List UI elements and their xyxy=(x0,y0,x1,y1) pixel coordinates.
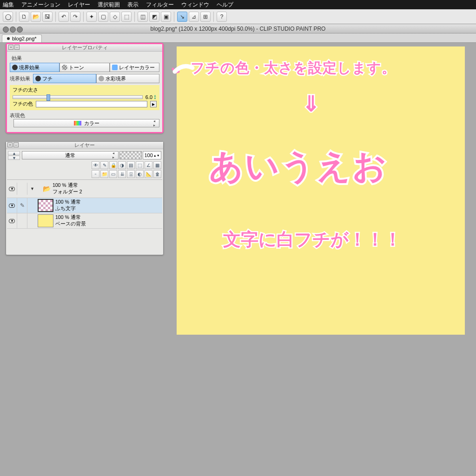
layer-thumbnail[interactable] xyxy=(38,214,53,227)
mask-create-icon[interactable]: ◐ xyxy=(136,170,144,178)
brush-tool-icon[interactable]: ✎ xyxy=(100,161,108,169)
minimize-window-icon[interactable] xyxy=(10,26,16,33)
blend-mode-select[interactable]: 通常 xyxy=(22,151,119,159)
layer-row[interactable]: 100 % 通常 ベースの背景 xyxy=(7,213,162,229)
edit-indicator[interactable] xyxy=(17,213,27,228)
menu-filter[interactable]: フィルター xyxy=(146,1,174,9)
layer-color-button[interactable]: レイヤーカラー xyxy=(110,63,159,72)
canvas-area[interactable]: フチの色・太さを設定します。 ⇓ あいうえお 文字に白フチが！！！ xyxy=(177,46,465,335)
opacity-slider[interactable] xyxy=(119,151,142,159)
crop-icon[interactable]: ▢ xyxy=(98,12,108,22)
document-tab-strip: blog2.png* xyxy=(0,33,476,43)
visibility-toggle[interactable] xyxy=(7,198,17,213)
watercolor-button[interactable]: 水彩境界 xyxy=(96,74,159,83)
lock-icon[interactable]: 🔒 xyxy=(109,161,117,169)
edit-col[interactable] xyxy=(17,183,27,195)
menu-view[interactable]: 表示 xyxy=(127,1,139,9)
mask-icon[interactable]: ⬚ xyxy=(136,161,144,169)
snap-ruler-icon[interactable]: ↘ xyxy=(177,12,187,22)
annotation-text-settings: フチの色・太さを設定します。 xyxy=(191,59,396,78)
menu-bar: 編集 アニメーション レイヤー 選択範囲 表示 フィルター ウィンドウ ヘルプ xyxy=(0,0,476,9)
layer-folder-row[interactable]: ▼ 📂 100 % 通常 フォルダー 2 xyxy=(7,180,162,198)
new-layer-icon[interactable]: ▫ xyxy=(92,170,99,178)
fuchi-button[interactable]: フチ xyxy=(33,74,96,83)
menu-edit[interactable]: 編集 xyxy=(3,1,14,9)
menu-window[interactable]: ウィンドウ xyxy=(181,1,209,9)
document-title-bar: blog2.png* (1200 x 1200px 400dpi 50.0%) … xyxy=(0,24,476,33)
panel-collapse-icon[interactable]: – xyxy=(14,45,20,50)
color-picker-button[interactable]: ▶ xyxy=(150,101,157,107)
zoom-window-icon[interactable] xyxy=(17,26,23,33)
folder-icon: 📂 xyxy=(43,185,51,192)
eye-icon xyxy=(9,204,15,208)
tone-button[interactable]: トーン xyxy=(60,63,109,72)
panel-collapse-icon[interactable]: – xyxy=(13,142,19,147)
snap-special-icon[interactable]: ⊿ xyxy=(189,12,199,22)
menu-layer[interactable]: レイヤー xyxy=(68,1,90,9)
expression-select[interactable]: カラー xyxy=(13,119,159,127)
document-tab[interactable]: blog2.png* xyxy=(2,34,42,42)
layer-property-panel: ×– レイヤープロパティ 効果 境界効果 トーン レイヤーカラー 境界効果 フチ… xyxy=(6,43,164,133)
folder-disclosure-icon[interactable]: ▼ xyxy=(30,186,34,191)
eye-tool-icon[interactable]: 👁 xyxy=(92,161,99,169)
save-file-icon[interactable]: 🖫 xyxy=(42,12,53,22)
tone-icon[interactable]: ◩ xyxy=(149,12,159,22)
color-tag-icon[interactable]: ▦ xyxy=(153,161,161,169)
layer-row-selected[interactable]: ✎ 100 % 通常 ふち文字 xyxy=(7,198,162,213)
layer-property-header[interactable]: ×– レイヤープロパティ xyxy=(7,44,162,52)
ref-icon[interactable]: ◑ xyxy=(118,161,126,169)
layer-panel: ×– レイヤー ▴ ▾ 通常 100▲▼ 👁 ✎ 🔒 ◑ ▤ ⬚ ∠ xyxy=(6,141,164,255)
slider-thumb-icon[interactable] xyxy=(46,94,50,101)
border-effect-button[interactable]: 境界効果 xyxy=(10,63,60,72)
sample-text: あいうえお xyxy=(209,144,388,189)
snap-grid-icon[interactable]: ⊞ xyxy=(200,12,211,22)
clip-studio-icon[interactable]: ◯ xyxy=(3,12,13,22)
thickness-value[interactable]: 6.0 xyxy=(145,94,152,100)
scale-icon[interactable]: ◫ xyxy=(138,12,148,22)
panel-expand-icon[interactable]: ▴ xyxy=(8,151,20,155)
close-window-icon[interactable] xyxy=(3,26,9,33)
layer-list: ▼ 📂 100 % 通常 フォルダー 2 ✎ 100 % 通常 ふち文字 xyxy=(7,179,162,252)
redo-icon[interactable]: ↷ xyxy=(70,12,80,22)
layer-thumbnail[interactable] xyxy=(38,199,53,212)
panel-shrink-icon[interactable]: ▾ xyxy=(8,156,20,160)
visibility-toggle[interactable] xyxy=(7,183,17,195)
undo-icon[interactable]: ↶ xyxy=(59,12,69,22)
new-folder-icon[interactable]: 📁 xyxy=(100,170,108,178)
panel-close-icon[interactable]: × xyxy=(8,45,13,50)
open-file-icon[interactable]: 📂 xyxy=(31,12,41,22)
thickness-slider[interactable] xyxy=(13,95,143,99)
outside-icon[interactable]: ⬚ xyxy=(121,12,132,22)
panel-close-icon[interactable]: × xyxy=(7,142,13,147)
menu-selection[interactable]: 選択範囲 xyxy=(98,1,120,9)
opacity-value[interactable]: 100▲▼ xyxy=(143,151,161,159)
transfer-icon[interactable]: ⇊ xyxy=(118,170,126,178)
trash-icon[interactable]: 🗑 xyxy=(153,170,161,178)
ruler-icon[interactable]: ∠ xyxy=(145,161,152,169)
erase-icon[interactable]: ◇ xyxy=(110,12,120,22)
eye-icon xyxy=(9,219,15,223)
new-frame-icon[interactable]: ▭ xyxy=(109,170,117,178)
draft-icon[interactable]: ▤ xyxy=(127,161,135,169)
document-tab-label: blog2.png* xyxy=(12,36,37,41)
new-file-icon[interactable]: 🗋 xyxy=(19,12,29,22)
layer-panel-header[interactable]: ×– レイヤー xyxy=(6,142,163,149)
modified-dot-icon xyxy=(7,37,10,40)
rainbow-icon xyxy=(74,121,81,126)
border-effect-label: 境界効果 xyxy=(19,64,40,71)
border-icon[interactable]: ▣ xyxy=(161,12,171,22)
clear-icon[interactable]: ✦ xyxy=(86,12,97,22)
layer-percent: 100 % 通常 xyxy=(55,214,86,221)
outline-color-swatch[interactable] xyxy=(36,101,147,107)
help-icon[interactable]: ? xyxy=(217,12,227,22)
visibility-toggle[interactable] xyxy=(7,213,17,228)
merge-icon[interactable]: ⍗ xyxy=(127,170,135,178)
ruler-create-icon[interactable]: 📐 xyxy=(145,170,152,178)
menu-help[interactable]: ヘルプ xyxy=(217,1,233,9)
outline-settings-block: フチの太さ 6.0 ▲▼ フチの色 ▶ xyxy=(10,85,159,110)
menu-animation[interactable]: アニメーション xyxy=(21,1,60,9)
border-type-label: 境界効果 xyxy=(10,75,30,82)
edit-indicator[interactable]: ✎ xyxy=(17,198,27,213)
thickness-stepper[interactable]: ▲▼ xyxy=(153,94,157,100)
fuchi-label: フチ xyxy=(42,75,53,82)
